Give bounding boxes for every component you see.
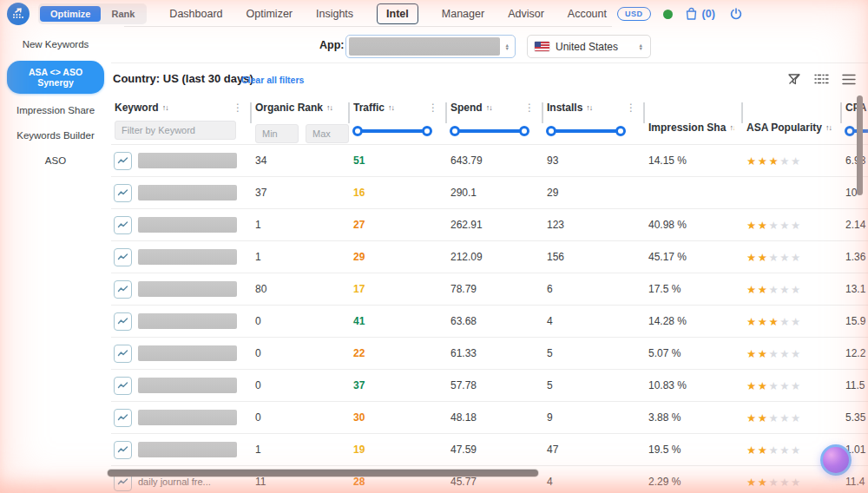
logout-button[interactable]	[729, 7, 743, 21]
country-select-value: United States	[556, 41, 628, 53]
keyword-trend-chart-button[interactable]	[114, 152, 132, 170]
keyword-trend-chart-button[interactable]	[114, 377, 132, 395]
traffic-score-value: 28	[350, 476, 447, 488]
column-menu-icon[interactable]: ⋮	[832, 122, 833, 134]
clear-filter-icon[interactable]	[787, 72, 801, 86]
star-empty-icon: ★	[768, 252, 779, 264]
star-filled-icon: ★	[746, 252, 758, 264]
sidebar-item-keywords-builder[interactable]: Keywords Builder	[15, 127, 95, 144]
keyword-trend-chart-button[interactable]	[114, 441, 132, 459]
star-filled-icon: ★	[758, 155, 769, 168]
chat-widget-button[interactable]	[820, 444, 852, 476]
redacted-keyword	[138, 442, 237, 457]
table-row[interactable]: 37 16 290.1 29 10	[111, 177, 868, 209]
nav-item-optimizer[interactable]: Optimizer	[247, 8, 293, 20]
column-impression-share: Impression Sha↑↓⋮	[645, 98, 743, 144]
slider-handle-min[interactable]	[546, 126, 556, 136]
nav-item-manager[interactable]: Manager	[442, 8, 484, 20]
asa-popularity-stars: ★★★★★	[743, 283, 842, 296]
slider-handle-max[interactable]	[519, 126, 529, 136]
keyword-trend-chart-button[interactable]	[114, 312, 132, 331]
table-row[interactable]: 0 37 57.78 5 10.83 % ★★★★★ 11.5	[111, 370, 868, 402]
star-filled-icon: ★	[746, 380, 758, 392]
vertical-scrollbar[interactable]	[857, 95, 863, 195]
table-row[interactable]: 1 19 47.59 47 19.5 % ★★★★★ 1.01	[111, 434, 868, 466]
nav-item-account[interactable]: Account	[568, 8, 607, 20]
slider-handle-min[interactable]	[845, 126, 855, 136]
column-menu-icon[interactable]: ⋮	[423, 102, 438, 114]
star-filled-icon: ★	[758, 220, 769, 232]
app-logo-icon[interactable]	[7, 3, 30, 25]
column-traffic: Traffic↑↓⋮	[350, 98, 447, 144]
keyword-trend-chart-button[interactable]	[114, 184, 132, 202]
slider-handle-min[interactable]	[352, 126, 363, 136]
cart-count: (0)	[702, 8, 715, 20]
organic-rank-max-input[interactable]	[306, 124, 349, 143]
star-empty-icon: ★	[779, 220, 791, 232]
select-stepper-icon: ▲▼	[505, 43, 510, 50]
sort-icon[interactable]: ↑↓	[825, 123, 832, 132]
installs-range-slider[interactable]	[550, 129, 621, 133]
nav-item-insights[interactable]: Insights	[316, 8, 353, 20]
clear-all-filters-link[interactable]: Clear all filters	[241, 75, 304, 85]
sort-icon[interactable]: ↑↓	[326, 103, 332, 112]
country-filter-title: Country: US (last 30 days)	[113, 72, 253, 85]
slider-handle-max[interactable]	[422, 126, 432, 136]
sidebar-item-aso[interactable]: ASO	[43, 152, 68, 169]
sort-icon[interactable]: ↑↓	[162, 103, 168, 112]
organic-rank-value: 1	[252, 219, 350, 231]
slider-handle-min[interactable]	[450, 126, 460, 136]
column-menu-icon[interactable]: ⋮	[332, 102, 341, 114]
cart-button[interactable]: (0)	[685, 7, 715, 21]
asa-popularity-stars: ★★★★★	[743, 476, 842, 489]
columns-icon[interactable]	[814, 73, 829, 85]
keyword-trend-chart-button[interactable]	[114, 280, 132, 299]
country-select-dropdown[interactable]: United States ▲▼	[527, 35, 651, 58]
table-row[interactable]: 34 51 643.79 93 14.15 % ★★★★★ 6.93	[111, 145, 868, 177]
keyword-trend-chart-button[interactable]	[114, 409, 132, 427]
table-row[interactable]: 80 17 78.79 6 17.5 % ★★★★★ 13.1	[111, 273, 868, 306]
keyword-trend-chart-button[interactable]	[114, 345, 132, 363]
rank-toggle-button[interactable]: Rank	[101, 6, 145, 22]
table-row[interactable]: 1 29 212.09 156 45.17 % ★★★★★ 1.36	[111, 241, 868, 273]
nav-item-advisor[interactable]: Advisor	[508, 8, 544, 20]
keyword-trend-chart-button[interactable]	[114, 248, 132, 266]
horizontal-scrollbar[interactable]	[108, 470, 538, 477]
column-menu-icon[interactable]: ⋮	[519, 102, 535, 114]
nav-item-dashboard[interactable]: Dashboard	[169, 8, 222, 20]
spend-range-slider[interactable]	[454, 129, 525, 133]
table-row[interactable]: 0 22 61.33 5 5.07 % ★★★★★ 12.2	[111, 338, 868, 370]
sidebar-item-asa-aso-synergy[interactable]: ASA <> ASO Synergy	[7, 61, 104, 94]
menu-icon[interactable]	[842, 74, 856, 85]
organic-rank-min-input[interactable]	[255, 124, 299, 143]
table-row[interactable]: 0 30 48.18 9 3.88 % ★★★★★ 5.35	[111, 402, 868, 434]
slider-handle-max[interactable]	[615, 126, 626, 136]
sort-icon[interactable]: ↑↓	[586, 103, 592, 112]
installs-value: 47	[543, 444, 645, 456]
traffic-range-slider[interactable]	[357, 129, 428, 133]
sort-icon[interactable]: ↑↓	[729, 123, 734, 132]
app-select-dropdown[interactable]: ▲▼	[345, 35, 516, 58]
star-empty-icon: ★	[779, 380, 791, 392]
column-menu-icon[interactable]: ⋮	[227, 102, 243, 114]
sort-icon[interactable]: ↑↓	[388, 103, 394, 112]
filter-bar: Country: US (last 30 days) Clear all fil…	[111, 63, 868, 95]
optimize-toggle-button[interactable]: Optimize	[40, 6, 101, 22]
cpa-value: 15.9	[842, 315, 868, 327]
organic-rank-column-label: Organic Rank	[255, 102, 323, 114]
installs-column-label: Installs	[547, 102, 582, 114]
keyword-trend-chart-button[interactable]	[114, 216, 132, 234]
star-filled-icon: ★	[758, 284, 769, 296]
currency-badge[interactable]: USD	[617, 7, 651, 21]
column-menu-icon[interactable]: ⋮	[621, 102, 636, 114]
table-row[interactable]: 1 27 262.91 123 40.98 % ★★★★★ 2.14	[111, 209, 868, 241]
sidebar-item-impression-share[interactable]: Impression Share	[15, 102, 96, 119]
nav-item-intel[interactable]: Intel	[377, 3, 418, 24]
keyword-filter-input[interactable]	[115, 121, 236, 140]
spend-value: 47.59	[447, 444, 543, 456]
sort-icon[interactable]: ↑↓	[486, 103, 492, 112]
table-row[interactable]: 0 41 63.68 4 14.28 % ★★★★★ 15.9	[111, 306, 868, 338]
sidebar-item-new-keywords[interactable]: New Keywords	[21, 36, 91, 53]
column-keyword: Keyword↑↓⋮	[111, 98, 252, 144]
installs-value: 4	[543, 476, 645, 488]
